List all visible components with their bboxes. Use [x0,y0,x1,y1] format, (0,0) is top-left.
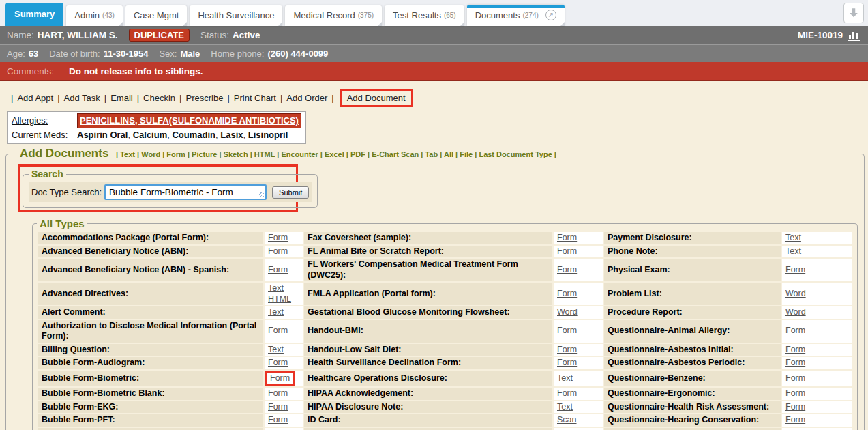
doc-type-search-input[interactable] [104,184,267,200]
doc-link-text[interactable]: Text [268,307,284,317]
doc-type-label: Advanced Beneficiary Notice (ABN) - Span… [38,259,263,281]
doc-link-form[interactable]: Form [557,345,577,354]
action-link-checkin[interactable]: Checkin [143,93,175,103]
doc-link-form[interactable]: Form [268,358,288,367]
doc-link-word[interactable]: Word [785,289,806,298]
doc-link-form[interactable]: Form [785,326,805,335]
tab-summary[interactable]: Summary [5,3,63,26]
tab-admin[interactable]: Admin(43) [66,5,123,26]
doc-link-form[interactable]: Form [785,265,805,274]
doc-type-label: Problem List: [604,283,781,305]
bar-chart-icon[interactable] [848,30,861,41]
type-link-word[interactable]: Word [141,150,160,158]
doc-link-text[interactable]: Text [268,345,284,354]
doc-link-word[interactable]: Word [785,307,806,317]
allergies-link[interactable]: Allergies: [12,114,77,128]
type-link-html[interactable]: HTML [254,150,275,158]
type-link-last-document-type[interactable]: Last Document Type [479,150,552,158]
type-link-sketch[interactable]: Sketch [224,150,248,158]
doc-link-form[interactable]: Form [268,233,288,242]
doc-link-form[interactable]: Form [557,289,577,298]
action-link-email[interactable]: Email [110,93,133,103]
medication-link-calcium[interactable]: Calcium [133,130,168,140]
doc-link-form[interactable]: Form [557,388,577,398]
action-link-add-order[interactable]: Add Order [286,93,327,103]
tab-case-mgmt[interactable]: Case Mgmt [125,5,187,26]
doc-link-word[interactable]: Word [557,307,578,317]
doc-link-form[interactable]: Form [557,233,577,242]
doc-type-link-cell: Text [782,232,852,244]
doc-link-form[interactable]: Form [785,388,805,398]
pipe-separator: | [280,93,282,103]
open-in-new-icon[interactable]: ↗ [545,10,556,20]
document-type-links: | Text | Word | Form | Picture | Sketch … [116,150,556,158]
current-meds-link[interactable]: Current Meds: [12,128,77,142]
doc-link-form[interactable]: Form [785,373,805,383]
doc-type-label: Bubble Form-Biometric Blank: [38,388,263,400]
doc-type-link-cell: Form [782,414,852,427]
doc-link-html[interactable]: HTML [268,294,291,304]
tab-test-results[interactable]: Test Results(65) [385,5,464,26]
doc-link-text[interactable]: Text [557,402,573,412]
doc-link-form[interactable]: Form [785,358,805,367]
medication-link-lasix[interactable]: Lasix [220,130,243,140]
doc-type-label: ID Card: [304,414,552,427]
tab-medical-record[interactable]: Medical Record(375) [285,5,382,26]
medication-link-coumadin[interactable]: Coumadin [172,130,215,140]
patient-age: 63 [29,48,38,59]
doc-link-form[interactable]: Form [268,265,288,274]
type-link-file[interactable]: File [460,150,473,158]
tab-health-surveillance[interactable]: Health Surveillance [190,5,282,26]
action-link-prescribe[interactable]: Prescribe [185,93,223,103]
doc-link-form[interactable]: Form [785,415,805,425]
doc-link-text[interactable]: Text [785,246,801,256]
type-link-e-chart-scan[interactable]: E-Chart Scan [372,150,419,158]
doc-link-text[interactable]: Text [785,233,801,242]
doc-link-scan[interactable]: Scan [557,415,577,425]
allergies-value[interactable]: PENICILLINS, SULFA(SULFONAMIDE ANTIBIOTI… [77,113,301,128]
doc-link-form[interactable]: Form [785,402,805,412]
doc-link-form[interactable]: Form [268,415,288,425]
doc-type-label: Handout-BMI: [304,320,552,343]
doc-type-row: Advanced Directives:TextHTMLFMLA Applica… [38,283,852,305]
medication-link-lisinopril[interactable]: Lisinopril [248,130,288,140]
doc-link-text[interactable]: Text [557,373,573,383]
doc-link-form[interactable]: Form [557,326,577,335]
doc-type-label: Questionnaire-Benzene: [604,371,781,387]
all-types-fieldset: All Types Accommodations Package (Portal… [32,218,858,430]
type-link-pdf[interactable]: PDF [350,150,365,158]
comments-label: Comments: [7,66,54,76]
allergies-meds-box: Allergies: PENICILLINS, SULFA(SULFONAMID… [7,111,306,144]
doc-link-form[interactable]: Form [268,246,288,256]
type-link-picture[interactable]: Picture [192,150,217,158]
doc-link-form[interactable]: Form [557,265,577,274]
action-link-add-task[interactable]: Add Task [64,93,100,103]
doc-link-form[interactable]: Form [268,326,288,335]
doc-type-link-cell: Form [782,320,852,343]
tab-label: Summary [14,9,55,19]
doc-link-form[interactable]: Form [270,373,290,383]
action-link-add-document[interactable]: Add Document [347,93,406,103]
doc-link-form[interactable]: Form [268,388,288,398]
type-link-all[interactable]: All [444,150,453,158]
doc-type-link-cell: Form [782,344,852,356]
tabs-overflow-button[interactable] [843,3,864,23]
tab-documents[interactable]: Documents(274)↗ [467,5,565,26]
doc-link-form[interactable]: Form [557,358,577,367]
type-link-text[interactable]: Text [120,150,135,158]
tab-label: Health Surveillance [198,10,274,20]
type-link-encounter[interactable]: Encounter [281,150,318,158]
doc-link-form[interactable]: Form [268,402,288,412]
submit-button[interactable]: Submit [272,186,309,199]
medication-link-aspirin-oral[interactable]: Aspirin Oral [77,130,128,140]
doc-type-link-cell: Word [554,428,603,430]
type-link-excel[interactable]: Excel [325,150,344,158]
action-link-add-appt[interactable]: Add Appt [17,93,53,103]
action-link-print-chart[interactable]: Print Chart [234,93,276,103]
type-link-tab[interactable]: Tab [425,150,438,158]
doc-link-form[interactable]: Form [785,345,805,354]
doc-link-form[interactable]: Form [557,246,577,256]
doc-link-text[interactable]: Text [268,283,284,293]
doc-type-label: Questionnaire-Ergonomic: [604,388,781,400]
type-link-form[interactable]: Form [166,150,185,158]
